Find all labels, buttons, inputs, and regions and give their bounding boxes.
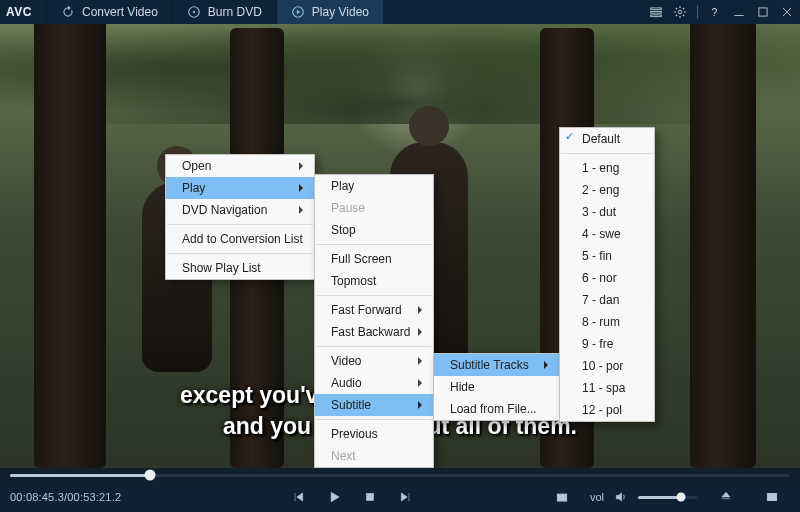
control-bar: 00:08:45.3/00:53:21.2 vol	[0, 482, 800, 512]
right-tools: vol	[544, 486, 790, 508]
svg-point-6	[678, 10, 682, 14]
svg-rect-12	[366, 494, 373, 501]
menu-separator	[561, 153, 653, 154]
svg-text:?: ?	[712, 6, 718, 18]
menu-video[interactable]: Video	[315, 350, 433, 372]
track-item[interactable]: 5 - fin	[560, 245, 654, 267]
menu-open[interactable]: Open	[166, 155, 314, 177]
refresh-icon	[61, 5, 75, 19]
volume-label: vol	[590, 491, 604, 503]
tab-convert-video[interactable]: Convert Video	[46, 0, 172, 24]
menu-topmost[interactable]: Topmost	[315, 270, 433, 292]
time-current: 00:08:45.3	[10, 491, 64, 503]
svg-rect-5	[651, 15, 662, 17]
next-button[interactable]	[395, 486, 417, 508]
time-total: 00:53:21.2	[67, 491, 121, 503]
time-display: 00:08:45.3/00:53:21.2	[10, 491, 160, 503]
track-item[interactable]: 4 - swe	[560, 223, 654, 245]
track-item[interactable]: 2 - eng	[560, 179, 654, 201]
track-item[interactable]: 11 - spa	[560, 377, 654, 399]
play-circle-icon	[291, 5, 305, 19]
stop-button[interactable]	[359, 486, 381, 508]
menu-dvd-navigation[interactable]: DVD Navigation	[166, 199, 314, 221]
tab-label: Play Video	[312, 5, 369, 19]
snapshot-button[interactable]	[551, 486, 573, 508]
disc-icon	[187, 5, 201, 19]
track-item[interactable]: 9 - fre	[560, 333, 654, 355]
prev-button[interactable]	[287, 486, 309, 508]
menu-subtitle-tracks[interactable]: Subtitle Tracks	[434, 354, 559, 376]
menu-next: Next	[315, 445, 433, 467]
seek-bar[interactable]	[0, 468, 800, 482]
volume-fill	[638, 496, 681, 499]
minimize-icon[interactable]	[732, 5, 746, 19]
menu-subtitle-hide[interactable]: Hide	[434, 376, 559, 398]
svg-rect-15	[767, 494, 776, 501]
play-button[interactable]	[323, 486, 345, 508]
svg-point-1	[193, 11, 195, 13]
menu-separator	[167, 224, 313, 225]
track-item[interactable]: 12 - pol	[560, 399, 654, 421]
gear-icon[interactable]	[673, 5, 687, 19]
window-list-icon[interactable]	[649, 5, 663, 19]
tab-burn-dvd[interactable]: Burn DVD	[172, 0, 276, 24]
seek-track[interactable]	[10, 474, 790, 477]
fullscreen-button[interactable]	[761, 486, 783, 508]
track-item[interactable]: 3 - dut	[560, 201, 654, 223]
svg-rect-9	[759, 8, 767, 16]
menu-subtitle[interactable]: Subtitle	[315, 394, 433, 416]
menu-previous[interactable]: Previous	[315, 423, 433, 445]
menu-subtitle-load[interactable]: Load from File...	[434, 398, 559, 420]
tab-label: Convert Video	[82, 5, 158, 19]
menu-separator	[167, 253, 313, 254]
eject-button[interactable]	[715, 486, 737, 508]
menu-audio[interactable]: Audio	[315, 372, 433, 394]
svg-rect-4	[651, 11, 662, 13]
seek-knob[interactable]	[145, 470, 156, 481]
menu-stop[interactable]: Stop	[315, 219, 433, 241]
app-window: AVC Convert Video Burn DVD Play Video ?	[0, 0, 800, 512]
maximize-icon[interactable]	[756, 5, 770, 19]
menu-separator	[316, 295, 432, 296]
menu-separator	[316, 244, 432, 245]
track-item[interactable]: 10 - por	[560, 355, 654, 377]
context-menu: Open Play DVD Navigation Add to Conversi…	[165, 154, 315, 280]
close-icon[interactable]	[780, 5, 794, 19]
menu-fast-forward[interactable]: Fast Forward	[315, 299, 433, 321]
brand-logo: AVC	[0, 5, 46, 19]
help-icon[interactable]: ?	[708, 5, 722, 19]
menu-separator	[316, 346, 432, 347]
track-item[interactable]: 7 - dan	[560, 289, 654, 311]
tab-play-video[interactable]: Play Video	[276, 0, 383, 24]
track-item[interactable]: 1 - eng	[560, 157, 654, 179]
track-item[interactable]: 8 - rum	[560, 311, 654, 333]
menu-play[interactable]: Play	[166, 177, 314, 199]
volume-control: vol	[590, 486, 698, 508]
speaker-icon[interactable]	[610, 486, 632, 508]
seek-fill	[10, 474, 150, 477]
titlebar: AVC Convert Video Burn DVD Play Video ?	[0, 0, 800, 24]
separator	[697, 5, 698, 19]
track-default[interactable]: Default	[560, 128, 654, 150]
submenu-play: Play Pause Stop Full Screen Topmost Fast…	[314, 174, 434, 468]
menu-pause: Pause	[315, 197, 433, 219]
menu-add-to-conversion[interactable]: Add to Conversion List	[166, 228, 314, 250]
titlebar-actions: ?	[649, 5, 800, 19]
menu-separator	[316, 419, 432, 420]
volume-knob[interactable]	[677, 493, 686, 502]
submenu-subtitle: Subtitle Tracks Hide Load from File...	[433, 353, 560, 421]
menu-play-action[interactable]: Play	[315, 175, 433, 197]
svg-point-14	[560, 496, 564, 500]
volume-track[interactable]	[638, 496, 698, 499]
tab-label: Burn DVD	[208, 5, 262, 19]
submenu-tracks: Default 1 - eng 2 - eng 3 - dut 4 - swe …	[559, 127, 655, 422]
menu-fullscreen[interactable]: Full Screen	[315, 248, 433, 270]
menu-show-playlist[interactable]: Show Play List	[166, 257, 314, 279]
video-frame-foliage	[0, 24, 800, 124]
track-item[interactable]: 6 - nor	[560, 267, 654, 289]
menu-fast-backward[interactable]: Fast Backward	[315, 321, 433, 343]
svg-rect-3	[651, 8, 662, 10]
video-canvas[interactable]: except you've got thousands of children …	[0, 24, 800, 468]
